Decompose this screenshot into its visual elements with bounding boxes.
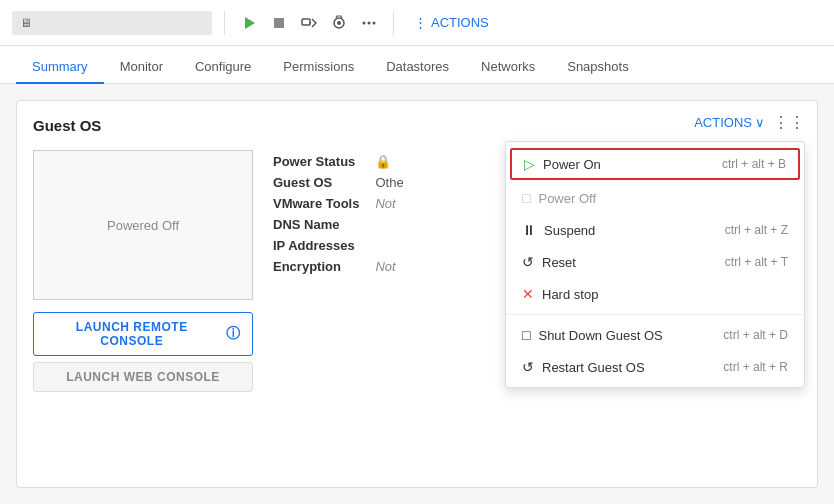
encryption-label: Encryption (273, 259, 359, 274)
shutdown-shortcut: ctrl + alt + D (723, 328, 788, 342)
card-title: Guest OS (33, 117, 801, 134)
powered-off-label: Powered Off (107, 218, 179, 233)
svg-point-5 (337, 21, 341, 25)
power-on-shortcut: ctrl + alt + B (722, 157, 786, 171)
svg-point-8 (373, 21, 376, 24)
snapshot-icon[interactable] (327, 11, 351, 35)
dropdown-item-left: ✕ Hard stop (522, 286, 598, 302)
reset-label: Reset (542, 255, 576, 270)
main-content: Guest OS ACTIONS ∨ ⋮⋮ Powered Off LAUNCH… (0, 84, 834, 504)
tab-monitor[interactable]: Monitor (104, 51, 179, 84)
info-icon: ⓘ (226, 325, 241, 343)
vm-icon: 🖥 (20, 16, 32, 30)
suspend-label: Suspend (544, 223, 595, 238)
lock-icon: 🔒 (375, 154, 391, 169)
reset-shortcut: ctrl + alt + T (725, 255, 788, 269)
dropdown-item-hard-stop[interactable]: ✕ Hard stop (506, 278, 804, 310)
dropdown-item-left: □ Power Off (522, 190, 596, 206)
launch-remote-label: LAUNCH REMOTE CONSOLE (46, 320, 218, 348)
hard-stop-icon: ✕ (522, 286, 534, 302)
dropdown-divider (506, 314, 804, 315)
dropdown-item-shutdown-guest[interactable]: □ Shut Down Guest OS ctrl + alt + D (506, 319, 804, 351)
guest-os-label: Guest OS (273, 175, 359, 190)
dropdown-item-power-off[interactable]: □ Power Off (506, 182, 804, 214)
card-actions-label: ACTIONS (694, 115, 752, 130)
dropdown-item-left: ↺ Reset (522, 254, 576, 270)
vm-name-display: 🖥 (12, 11, 212, 35)
tab-configure[interactable]: Configure (179, 51, 267, 84)
tab-snapshots[interactable]: Snapshots (551, 51, 644, 84)
reset-icon: ↺ (522, 254, 534, 270)
migrate-icon[interactable] (297, 11, 321, 35)
tab-datastores[interactable]: Datastores (370, 51, 465, 84)
launch-web-label: LAUNCH WEB CONSOLE (66, 370, 220, 384)
actions-dots-icon: ⋮ (414, 15, 427, 30)
launch-remote-console-button[interactable]: LAUNCH REMOTE CONSOLE ⓘ (33, 312, 253, 356)
dropdown-item-left: ↺ Restart Guest OS (522, 359, 645, 375)
vmware-tools-label: VMware Tools (273, 196, 359, 211)
card-actions-button[interactable]: ACTIONS ∨ (694, 115, 765, 130)
dropdown-item-left: ▷ Power On (524, 156, 601, 172)
power-on-label: Power On (543, 157, 601, 172)
toolbar-separator-2 (393, 11, 394, 35)
dropdown-item-left: ⏸ Suspend (522, 222, 595, 238)
svg-point-7 (368, 21, 371, 24)
restart-label: Restart Guest OS (542, 360, 645, 375)
dropdown-item-suspend[interactable]: ⏸ Suspend ctrl + alt + Z (506, 214, 804, 246)
svg-rect-1 (274, 18, 284, 28)
guest-os-card: Guest OS ACTIONS ∨ ⋮⋮ Powered Off LAUNCH… (16, 100, 818, 488)
dropdown-item-restart-guest[interactable]: ↺ Restart Guest OS ctrl + alt + R (506, 351, 804, 383)
restart-icon: ↺ (522, 359, 534, 375)
svg-marker-0 (245, 17, 255, 29)
dropdown-item-reset[interactable]: ↺ Reset ctrl + alt + T (506, 246, 804, 278)
stop-icon[interactable] (267, 11, 291, 35)
tab-networks[interactable]: Networks (465, 51, 551, 84)
dropdown-item-left: □ Shut Down Guest OS (522, 327, 663, 343)
tab-bar: Summary Monitor Configure Permissions Da… (0, 46, 834, 84)
toolbar-icons (237, 11, 381, 35)
shutdown-label: Shut Down Guest OS (538, 328, 662, 343)
ip-addresses-label: IP Addresses (273, 238, 359, 253)
power-off-label: Power Off (538, 191, 596, 206)
hard-stop-label: Hard stop (542, 287, 598, 302)
grid-layout-icon[interactable]: ⋮⋮ (773, 113, 805, 132)
more-actions-icon[interactable] (357, 11, 381, 35)
tab-permissions[interactable]: Permissions (267, 51, 370, 84)
dropdown-item-power-on[interactable]: ▷ Power On ctrl + alt + B (510, 148, 800, 180)
actions-button[interactable]: ⋮ ACTIONS (406, 11, 497, 34)
play-icon[interactable] (237, 11, 261, 35)
power-status-label: Power Status (273, 154, 359, 169)
card-actions-chevron-icon: ∨ (755, 115, 765, 130)
toolbar-separator (224, 11, 225, 35)
vm-screen: Powered Off (33, 150, 253, 300)
suspend-icon: ⏸ (522, 222, 536, 238)
dns-name-label: DNS Name (273, 217, 359, 232)
launch-web-console-button[interactable]: LAUNCH WEB CONSOLE (33, 362, 253, 392)
shutdown-icon: □ (522, 327, 530, 343)
toolbar: 🖥 (0, 0, 834, 46)
power-on-icon: ▷ (524, 156, 535, 172)
svg-rect-2 (302, 19, 310, 25)
vm-preview: Powered Off LAUNCH REMOTE CONSOLE ⓘ LAUN… (33, 150, 253, 392)
suspend-shortcut: ctrl + alt + Z (725, 223, 788, 237)
svg-point-6 (363, 21, 366, 24)
actions-dropdown: ▷ Power On ctrl + alt + B □ Power Off ⏸ … (505, 141, 805, 388)
tab-summary[interactable]: Summary (16, 51, 104, 84)
power-off-icon: □ (522, 190, 530, 206)
actions-label: ACTIONS (431, 15, 489, 30)
restart-shortcut: ctrl + alt + R (723, 360, 788, 374)
card-top-right: ACTIONS ∨ ⋮⋮ (694, 113, 805, 132)
